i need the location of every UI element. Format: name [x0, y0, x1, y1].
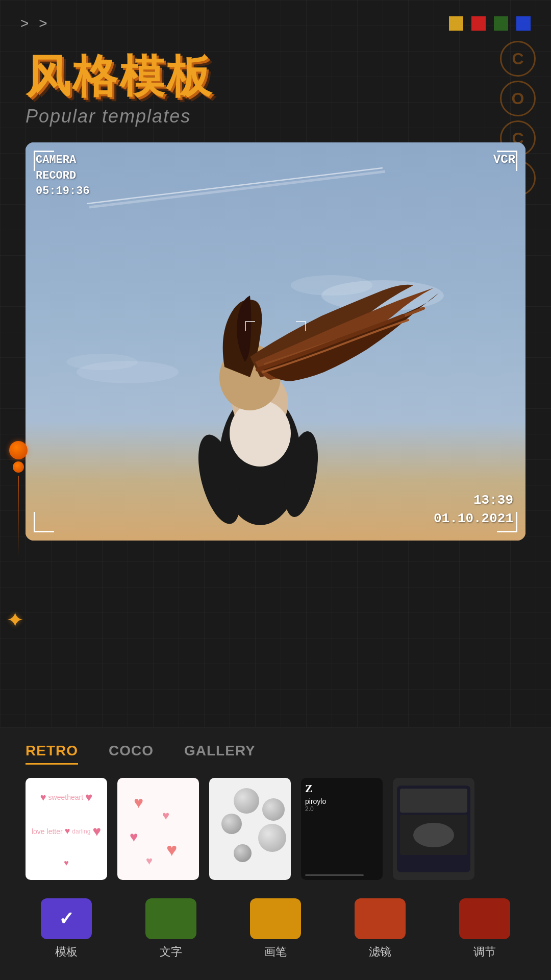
side-line	[18, 476, 19, 557]
corner-bl	[34, 512, 54, 532]
toolbar-text[interactable]: 文字	[145, 898, 196, 960]
template-thumb-5[interactable]	[393, 778, 474, 880]
center-focus-frame	[245, 321, 306, 362]
bottom-panel: RETRO COCO GALLERY ♥ sweetheart ♥ love l…	[0, 727, 551, 980]
toolbar-row: ✓ 模板 文字 画笔 滤镜 调节	[0, 890, 551, 980]
toolbar-brush[interactable]: 画笔	[250, 898, 301, 960]
side-decoration	[9, 441, 28, 557]
tab-coco[interactable]: COCO	[109, 743, 154, 765]
template-icon: ✓	[41, 898, 92, 939]
template-thumb-3[interactable]	[209, 778, 291, 880]
toolbar-template[interactable]: ✓ 模板	[41, 898, 92, 960]
tab-gallery[interactable]: GALLERY	[184, 743, 256, 765]
swatch-yellow[interactable]	[449, 16, 463, 31]
adjust-label: 调节	[473, 944, 496, 960]
top-bar: > >	[0, 0, 551, 37]
swatch-green[interactable]	[494, 16, 508, 31]
color-swatches	[449, 16, 531, 31]
toolbar-adjust[interactable]: 调节	[459, 898, 510, 960]
back-arrow-1[interactable]: >	[20, 15, 29, 32]
filter-label: 滤镜	[369, 944, 391, 960]
swatch-red[interactable]	[471, 16, 486, 31]
page-title-english: Popular templates	[26, 106, 525, 127]
vcr-text-top-right: VCR	[493, 153, 515, 166]
adjust-icon	[459, 898, 510, 939]
vcr-text-bottom-right: 13:39 01.10.2021	[434, 491, 513, 528]
filter-icon	[355, 898, 406, 939]
brush-label: 画笔	[264, 944, 287, 960]
center-corner-tl	[245, 321, 255, 331]
orange-bubble-large	[9, 441, 28, 459]
orange-bubble-small	[13, 461, 24, 473]
title-section: 风格模板 Popular templates	[0, 37, 551, 132]
preview-container[interactable]: CAMERA RECORD 05:19:36 VCR 13:39 01.10.2…	[26, 142, 525, 541]
template-thumb-1[interactable]: ♥ sweetheart ♥ love letter ♥ darling ♥ ♥	[26, 778, 107, 880]
toolbar-filter[interactable]: 滤镜	[355, 898, 406, 960]
text-icon	[145, 898, 196, 939]
nav-arrows: > >	[20, 15, 47, 32]
page-title-chinese: 风格模板	[26, 52, 525, 102]
template-thumb-4[interactable]: Z piroylo 2.0	[301, 778, 383, 880]
template-thumb-2[interactable]: ♥ ♥ ♥ ♥ ♥	[117, 778, 199, 880]
tab-retro[interactable]: RETRO	[26, 743, 78, 765]
tabs-row: RETRO COCO GALLERY	[0, 727, 551, 773]
checkmark-icon: ✓	[59, 908, 74, 929]
center-corner-tr	[296, 321, 306, 331]
template-label: 模板	[55, 944, 78, 960]
brush-icon	[250, 898, 301, 939]
vcr-text-top-left: CAMERA RECORD 05:19:36	[36, 153, 90, 200]
preview-image: CAMERA RECORD 05:19:36 VCR 13:39 01.10.2…	[26, 142, 525, 541]
star-decoration: ✦	[6, 607, 24, 632]
text-label: 文字	[160, 944, 182, 960]
back-arrow-2[interactable]: >	[39, 15, 47, 32]
vcr-frame: CAMERA RECORD 05:19:36 VCR 13:39 01.10.2…	[26, 142, 525, 541]
thumbnails-row[interactable]: ♥ sweetheart ♥ love letter ♥ darling ♥ ♥…	[0, 773, 551, 890]
swatch-blue[interactable]	[516, 16, 531, 31]
